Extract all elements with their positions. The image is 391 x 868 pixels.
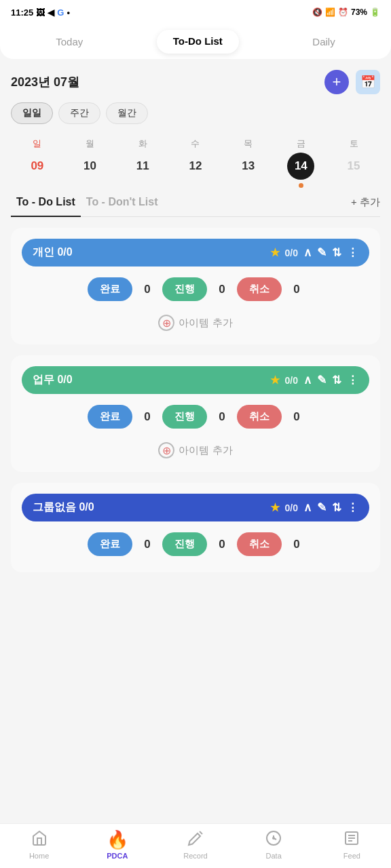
day-num-thu: 13 (235, 153, 262, 180)
tab-todolist[interactable]: To-Do List (157, 30, 239, 54)
stat-inprogress-label-ng: 진행 (162, 532, 207, 556)
more-icon[interactable]: ⋮ (347, 245, 358, 260)
g-icon: G (57, 7, 64, 18)
top-navigation: Today To-Do List Daily (0, 24, 391, 59)
category-work-header: 업무 0/0 ★ 0/0 ∧ ✎ ⇅ ⋮ (22, 366, 369, 394)
day-col-wed[interactable]: 수 12 (175, 138, 216, 188)
nav-pdca[interactable]: 🔥 PDCA (97, 829, 138, 860)
main-content: 2023년 07월 + 📅 일일 주간 월간 일 09 월 10 (0, 59, 391, 648)
svg-point-3 (273, 837, 274, 839)
category-work-actions: ∧ ✎ ⇅ ⋮ (303, 373, 358, 387)
day-name-fri: 금 (297, 138, 305, 150)
edit-icon-ng[interactable]: ✎ (317, 500, 327, 515)
day-num-wed: 12 (182, 153, 209, 180)
header-row: 2023년 07월 + 📅 (11, 70, 380, 94)
calendar-button[interactable]: 📅 (356, 70, 380, 94)
day-name-sun: 일 (33, 138, 41, 150)
stat-complete-value-ng: 0 (141, 538, 154, 551)
day-col-sat[interactable]: 토 15 (333, 138, 374, 188)
wifi-icon: 📶 (325, 7, 335, 17)
day-num-sat: 15 (340, 153, 367, 180)
stat-cancel-value-ng: 0 (290, 538, 303, 551)
add-item-work[interactable]: ⊕ 아이템 추가 (22, 439, 369, 461)
stat-cancel-value: 0 (290, 283, 303, 296)
year-month: 2023년 07월 (11, 74, 79, 90)
chevron-up-icon[interactable]: ∧ (303, 245, 312, 260)
nav-record[interactable]: Record (175, 830, 216, 860)
add-list-button[interactable]: + 추가 (351, 196, 380, 209)
filter-monthly[interactable]: 월간 (106, 102, 148, 124)
data-icon (265, 830, 282, 850)
pdca-icon: 🔥 (107, 829, 128, 850)
category-personal: 개인 0/0 ★ 0/0 ∧ ✎ ⇅ ⋮ 완료 0 진행 0 취소 0 ⊕ 아이… (11, 228, 380, 344)
day-col-mon[interactable]: 월 10 (70, 138, 111, 188)
category-nogroup-stats: 완료 0 진행 0 취소 0 (22, 532, 369, 556)
alarm-icon: ⏰ (338, 7, 348, 17)
nav-feed-label: Feed (343, 852, 360, 860)
stat-complete-value-work: 0 (141, 410, 154, 424)
day-col-tue[interactable]: 화 11 (122, 138, 163, 188)
filter-daily[interactable]: 일일 (11, 102, 53, 124)
day-num-tue: 11 (129, 153, 156, 180)
category-nogroup-header: 그룹없음 0/0 ★ 0/0 ∧ ✎ ⇅ ⋮ (22, 494, 369, 521)
tab-todont[interactable]: To - Don't List (81, 193, 164, 211)
stat-inprogress-value-work: 0 (215, 410, 229, 424)
edit-icon[interactable]: ✎ (317, 245, 327, 260)
list-tabs-left: To - Do List To - Don't List (11, 193, 164, 211)
active-dot (299, 183, 303, 188)
stat-cancel-label-work: 취소 (237, 405, 282, 429)
stat-complete-label: 완료 (88, 277, 132, 301)
category-nogroup-title: 그룹없음 0/0 (33, 500, 265, 515)
send-icon: ◀ (48, 7, 54, 18)
battery-display: 73% (351, 7, 367, 17)
add-category-button[interactable]: + (324, 70, 349, 94)
add-item-personal[interactable]: ⊕ 아이템 추가 (22, 312, 369, 334)
category-personal-stats: 완료 0 진행 0 취소 0 (22, 277, 369, 301)
more-icon-ng[interactable]: ⋮ (347, 500, 358, 515)
stat-complete-label-work: 완료 (88, 405, 132, 429)
add-item-icon-personal: ⊕ (158, 315, 174, 331)
bottom-navigation: Home 🔥 PDCA Record Data (0, 823, 391, 868)
add-item-icon-work: ⊕ (158, 442, 174, 458)
home-icon (31, 830, 48, 850)
day-num-sun: 09 (24, 153, 51, 180)
feed-icon (343, 830, 360, 850)
edit-icon-work[interactable]: ✎ (317, 373, 327, 387)
day-filter: 일일 주간 월간 (11, 102, 380, 124)
category-work: 업무 0/0 ★ 0/0 ∧ ✎ ⇅ ⋮ 완료 0 진행 0 취소 0 ⊕ 아이… (11, 355, 380, 472)
tab-daily[interactable]: Daily (296, 31, 351, 53)
sort-icon-work[interactable]: ⇅ (332, 373, 341, 387)
nav-feed[interactable]: Feed (331, 830, 372, 860)
tab-today[interactable]: Today (39, 31, 99, 53)
category-personal-starcount: 0/0 (285, 248, 298, 258)
stat-complete-label-ng: 완료 (88, 532, 132, 556)
status-bar: 11:25 🖼 ◀ G • 🔇 📶 ⏰ 73% 🔋 (0, 0, 391, 24)
category-personal-title: 개인 0/0 (33, 245, 265, 260)
day-col-sun[interactable]: 일 09 (17, 138, 58, 188)
category-work-star: ★ (270, 374, 280, 387)
day-name-tue: 화 (138, 138, 147, 150)
day-col-fri[interactable]: 금 14 (280, 138, 321, 188)
battery-icon: 🔋 (370, 7, 380, 17)
day-col-thu[interactable]: 목 13 (228, 138, 269, 188)
stat-cancel-label-ng: 취소 (237, 532, 282, 556)
chevron-up-icon-work[interactable]: ∧ (303, 373, 312, 387)
nav-record-label: Record (183, 852, 207, 860)
nav-home-label: Home (29, 852, 49, 860)
tab-todo[interactable]: To - Do List (11, 193, 81, 217)
nav-home[interactable]: Home (19, 830, 60, 860)
nav-data[interactable]: Data (253, 830, 294, 860)
sort-icon[interactable]: ⇅ (332, 245, 341, 260)
sort-icon-ng[interactable]: ⇅ (332, 500, 341, 515)
calendar-icon: 📅 (360, 75, 375, 90)
category-personal-header: 개인 0/0 ★ 0/0 ∧ ✎ ⇅ ⋮ (22, 239, 369, 267)
stat-inprogress-label: 진행 (162, 277, 207, 301)
more-icon-work[interactable]: ⋮ (347, 373, 358, 387)
filter-weekly[interactable]: 주간 (58, 102, 100, 124)
mute-icon: 🔇 (312, 7, 322, 17)
chevron-up-icon-ng[interactable]: ∧ (303, 500, 312, 515)
dot-icon: • (67, 7, 70, 18)
category-nogroup-actions: ∧ ✎ ⇅ ⋮ (303, 500, 358, 515)
status-time: 11:25 🖼 ◀ G • (11, 7, 70, 18)
dot-fri (299, 182, 303, 188)
